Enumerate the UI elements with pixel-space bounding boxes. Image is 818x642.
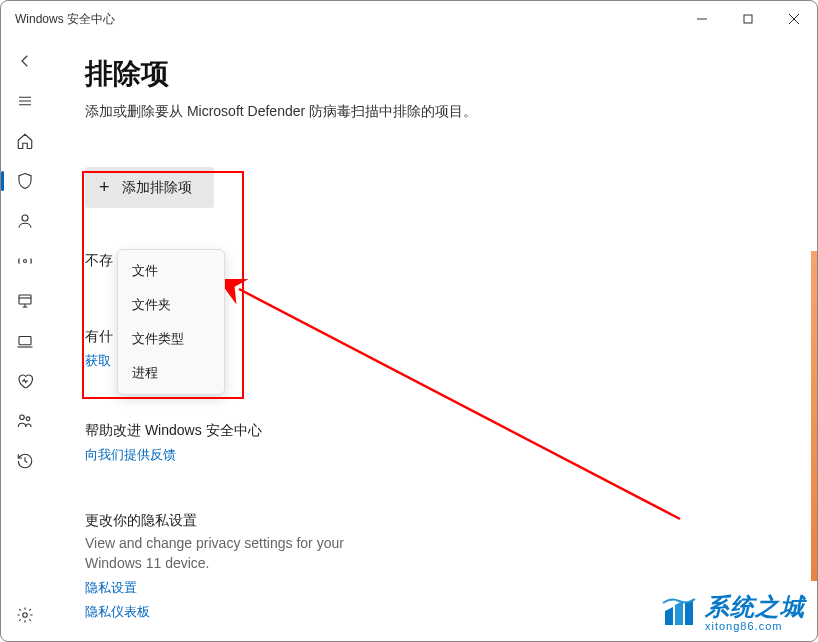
window-controls bbox=[679, 1, 817, 37]
page-subtitle: 添加或删除要从 Microsoft Defender 防病毒扫描中排除的项目。 bbox=[85, 103, 781, 121]
home-icon[interactable] bbox=[5, 123, 45, 159]
window-title: Windows 安全中心 bbox=[15, 11, 679, 28]
back-button[interactable] bbox=[5, 43, 45, 79]
device-health-icon[interactable] bbox=[5, 363, 45, 399]
close-button[interactable] bbox=[771, 1, 817, 37]
menu-button[interactable] bbox=[5, 83, 45, 119]
svg-rect-1 bbox=[744, 15, 752, 23]
page-title: 排除项 bbox=[85, 55, 781, 93]
settings-icon[interactable] bbox=[5, 597, 45, 633]
plus-icon: + bbox=[99, 177, 110, 198]
svg-point-7 bbox=[22, 215, 28, 221]
menu-item-process[interactable]: 进程 bbox=[118, 356, 224, 390]
menu-item-filetype[interactable]: 文件类型 bbox=[118, 322, 224, 356]
svg-point-17 bbox=[23, 613, 28, 618]
protection-history-icon[interactable] bbox=[5, 443, 45, 479]
svg-rect-9 bbox=[19, 295, 31, 304]
titlebar: Windows 安全中心 bbox=[1, 1, 817, 37]
privacy-description: View and change privacy settings for you… bbox=[85, 534, 345, 573]
right-edge-deco bbox=[811, 251, 817, 581]
watermark: 系统之城 xitong86.com bbox=[659, 593, 805, 633]
watermark-url: xitong86.com bbox=[705, 621, 805, 632]
maximize-button[interactable] bbox=[725, 1, 771, 37]
privacy-dashboard-link[interactable]: 隐私仪表板 bbox=[85, 603, 150, 621]
watermark-logo-icon bbox=[659, 593, 699, 633]
account-icon[interactable] bbox=[5, 203, 45, 239]
menu-item-folder[interactable]: 文件夹 bbox=[118, 288, 224, 322]
get-link[interactable]: 获取 bbox=[85, 352, 111, 370]
minimize-button[interactable] bbox=[679, 1, 725, 37]
firewall-icon[interactable] bbox=[5, 243, 45, 279]
add-button-label: 添加排除项 bbox=[122, 179, 192, 197]
privacy-heading: 更改你的隐私设置 bbox=[85, 512, 781, 530]
shield-icon[interactable] bbox=[5, 163, 45, 199]
svg-point-16 bbox=[26, 417, 30, 421]
svg-rect-13 bbox=[19, 337, 31, 345]
device-security-icon[interactable] bbox=[5, 323, 45, 359]
sidebar bbox=[1, 37, 49, 641]
menu-item-file[interactable]: 文件 bbox=[118, 254, 224, 288]
watermark-title: 系统之城 bbox=[705, 595, 805, 619]
family-icon[interactable] bbox=[5, 403, 45, 439]
add-exclusion-button[interactable]: + 添加排除项 bbox=[85, 167, 214, 208]
exclusion-type-dropdown: 文件 文件夹 文件类型 进程 bbox=[117, 249, 225, 395]
privacy-settings-link[interactable]: 隐私设置 bbox=[85, 579, 137, 597]
feedback-link[interactable]: 向我们提供反馈 bbox=[85, 446, 176, 464]
app-browser-icon[interactable] bbox=[5, 283, 45, 319]
help-heading: 帮助改进 Windows 安全中心 bbox=[85, 422, 781, 440]
svg-point-8 bbox=[24, 260, 27, 263]
svg-point-15 bbox=[20, 415, 25, 420]
